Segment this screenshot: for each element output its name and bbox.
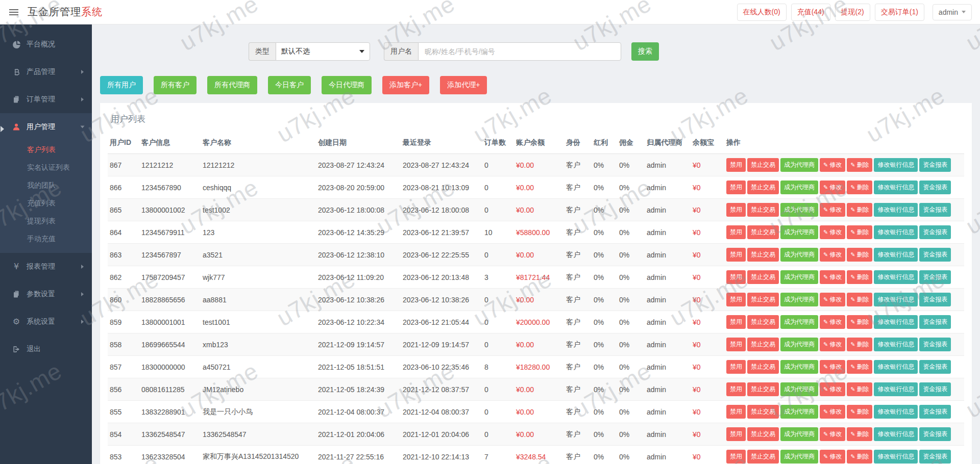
- make-agent-button[interactable]: 成为代理商: [780, 270, 818, 284]
- delete-button[interactable]: ✎删除: [847, 270, 872, 284]
- delete-button[interactable]: ✎删除: [847, 315, 872, 329]
- edit-button[interactable]: ✎修改: [820, 203, 845, 217]
- sidebar-handle-icon[interactable]: [1, 126, 4, 132]
- edit-bank-button[interactable]: 修改银行信息: [874, 248, 918, 262]
- delete-button[interactable]: ✎删除: [847, 382, 872, 396]
- funds-report-button[interactable]: 资金报表: [919, 360, 951, 374]
- make-agent-button[interactable]: 成为代理商: [780, 181, 818, 194]
- all-customers-button[interactable]: 所有客户: [154, 76, 197, 94]
- sidebar-subitem[interactable]: 充值列表: [0, 194, 92, 212]
- funds-report-button[interactable]: 资金报表: [919, 382, 951, 396]
- menu-toggle-icon[interactable]: [0, 9, 28, 15]
- funds-report-button[interactable]: 资金报表: [919, 181, 951, 194]
- add-agent-button[interactable]: 添加代理+: [440, 76, 487, 94]
- edit-button[interactable]: ✎修改: [820, 225, 845, 239]
- make-agent-button[interactable]: 成为代理商: [780, 158, 818, 172]
- ban-button[interactable]: 禁用: [726, 338, 746, 351]
- make-agent-button[interactable]: 成为代理商: [780, 382, 818, 396]
- funds-report-button[interactable]: 资金报表: [919, 338, 951, 351]
- sidebar-item-overview[interactable]: 平台概况: [0, 31, 92, 58]
- ban-button[interactable]: 禁用: [726, 382, 746, 396]
- delete-button[interactable]: ✎删除: [847, 248, 872, 262]
- make-agent-button[interactable]: 成为代理商: [780, 315, 818, 329]
- delete-button[interactable]: ✎删除: [847, 405, 872, 419]
- ban-button[interactable]: 禁用: [726, 248, 746, 262]
- sidebar-item-users[interactable]: 用户管理: [0, 113, 92, 141]
- ban-button[interactable]: 禁用: [726, 450, 746, 463]
- ban-button[interactable]: 禁用: [726, 315, 746, 329]
- make-agent-button[interactable]: 成为代理商: [780, 225, 818, 239]
- sidebar-item-logout[interactable]: 退出: [0, 336, 92, 363]
- funds-report-button[interactable]: 资金报表: [919, 203, 951, 217]
- forbid-trade-button[interactable]: 禁止交易: [747, 203, 779, 217]
- make-agent-button[interactable]: 成为代理商: [780, 405, 818, 419]
- username-input[interactable]: [418, 42, 621, 61]
- forbid-trade-button[interactable]: 禁止交易: [747, 315, 779, 329]
- ban-button[interactable]: 禁用: [726, 293, 746, 306]
- edit-bank-button[interactable]: 修改银行信息: [874, 203, 918, 217]
- sidebar-item-params[interactable]: 参数设置: [0, 280, 92, 308]
- funds-report-button[interactable]: 资金报表: [919, 315, 951, 329]
- edit-button[interactable]: ✎修改: [820, 382, 845, 396]
- forbid-trade-button[interactable]: 禁止交易: [747, 270, 779, 284]
- sidebar-subitem[interactable]: 客户列表: [0, 141, 92, 159]
- forbid-trade-button[interactable]: 禁止交易: [747, 158, 779, 172]
- funds-report-button[interactable]: 资金报表: [919, 270, 951, 284]
- edit-button[interactable]: ✎修改: [820, 338, 845, 351]
- sidebar-item-orders[interactable]: 订单管理: [0, 86, 92, 113]
- make-agent-button[interactable]: 成为代理商: [780, 293, 818, 306]
- make-agent-button[interactable]: 成为代理商: [780, 360, 818, 374]
- delete-button[interactable]: ✎删除: [847, 450, 872, 463]
- edit-bank-button[interactable]: 修改银行信息: [874, 315, 918, 329]
- make-agent-button[interactable]: 成为代理商: [780, 450, 818, 463]
- edit-bank-button[interactable]: 修改银行信息: [874, 405, 918, 419]
- funds-report-button[interactable]: 资金报表: [919, 450, 951, 463]
- forbid-trade-button[interactable]: 禁止交易: [747, 382, 779, 396]
- forbid-trade-button[interactable]: 禁止交易: [747, 248, 779, 262]
- sidebar-subitem[interactable]: 实名认证列表: [0, 159, 92, 176]
- edit-button[interactable]: ✎修改: [820, 360, 845, 374]
- make-agent-button[interactable]: 成为代理商: [780, 338, 818, 351]
- delete-button[interactable]: ✎删除: [847, 225, 872, 239]
- ban-button[interactable]: 禁用: [726, 181, 746, 194]
- trade-orders-link[interactable]: 交易订单(1): [875, 4, 924, 21]
- delete-button[interactable]: ✎删除: [847, 181, 872, 194]
- forbid-trade-button[interactable]: 禁止交易: [747, 181, 779, 194]
- all-agents-button[interactable]: 所有代理商: [207, 76, 257, 94]
- delete-button[interactable]: ✎删除: [847, 203, 872, 217]
- delete-button[interactable]: ✎删除: [847, 158, 872, 172]
- edit-bank-button[interactable]: 修改银行信息: [874, 270, 918, 284]
- forbid-trade-button[interactable]: 禁止交易: [747, 293, 779, 306]
- ban-button[interactable]: 禁用: [726, 158, 746, 172]
- today-agents-button[interactable]: 今日代理商: [322, 76, 372, 94]
- forbid-trade-button[interactable]: 禁止交易: [747, 405, 779, 419]
- funds-report-button[interactable]: 资金报表: [919, 158, 951, 172]
- ban-button[interactable]: 禁用: [726, 427, 746, 441]
- edit-button[interactable]: ✎修改: [820, 315, 845, 329]
- edit-button[interactable]: ✎修改: [820, 158, 845, 172]
- edit-bank-button[interactable]: 修改银行信息: [874, 338, 918, 351]
- sidebar-subitem[interactable]: 提现列表: [0, 212, 92, 230]
- sidebar-item-system[interactable]: ⚙系统设置: [0, 308, 92, 336]
- today-customers-button[interactable]: 今日客户: [268, 76, 311, 94]
- edit-bank-button[interactable]: 修改银行信息: [874, 450, 918, 463]
- ban-button[interactable]: 禁用: [726, 225, 746, 239]
- edit-button[interactable]: ✎修改: [820, 405, 845, 419]
- edit-bank-button[interactable]: 修改银行信息: [874, 360, 918, 374]
- sidebar-item-products[interactable]: 产品管理: [0, 58, 92, 86]
- recharge-link[interactable]: 充值(44): [791, 4, 830, 21]
- delete-button[interactable]: ✎删除: [847, 338, 872, 351]
- funds-report-button[interactable]: 资金报表: [919, 427, 951, 441]
- ban-button[interactable]: 禁用: [726, 360, 746, 374]
- sidebar-subitem[interactable]: 手动充值: [0, 230, 92, 248]
- online-count-link[interactable]: 在线人数(0): [737, 4, 787, 21]
- sidebar-item-reports[interactable]: ¥报表管理: [0, 253, 92, 280]
- delete-button[interactable]: ✎删除: [847, 427, 872, 441]
- edit-button[interactable]: ✎修改: [820, 181, 845, 194]
- ban-button[interactable]: 禁用: [726, 270, 746, 284]
- edit-button[interactable]: ✎修改: [820, 270, 845, 284]
- make-agent-button[interactable]: 成为代理商: [780, 248, 818, 262]
- funds-report-button[interactable]: 资金报表: [919, 225, 951, 239]
- forbid-trade-button[interactable]: 禁止交易: [747, 338, 779, 351]
- forbid-trade-button[interactable]: 禁止交易: [747, 225, 779, 239]
